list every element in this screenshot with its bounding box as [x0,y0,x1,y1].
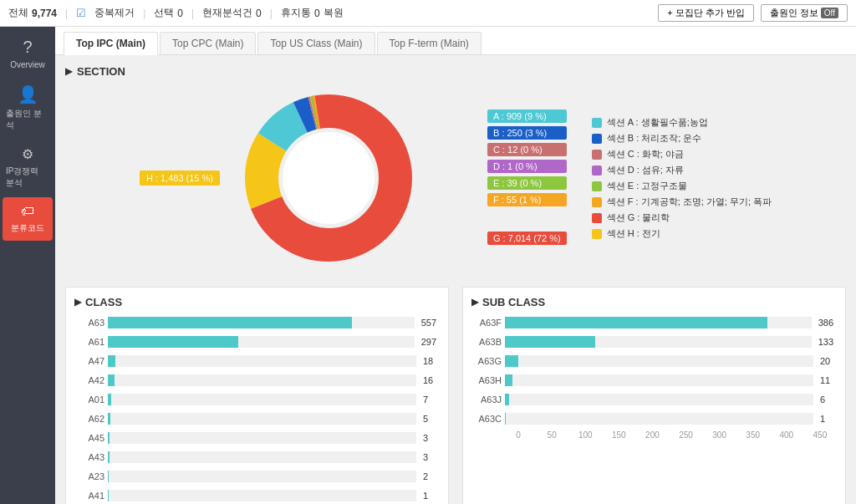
bar-label: A62 [78,414,104,424]
total-label: 전체 [8,6,28,20]
bar-row: A61297 [78,334,436,349]
sidebar-item-overview[interactable]: ? Overview [3,31,53,76]
legend-item-d: 섹션 D : 섬유; 자류 [592,164,772,176]
bar-row: A232 [78,469,436,484]
bar-value: 6 [817,395,833,405]
bar-fill [108,336,238,348]
bar-track [108,336,415,348]
x-axis-tick: 400 [770,430,803,440]
select-label: 선택 0 [154,6,183,20]
tab-top-ipc[interactable]: Top IPC (Main) [64,32,158,55]
bar-value: 11 [817,375,833,385]
bar-label: A63G [475,356,502,366]
callout-a: A : 909 (9 %) [487,109,567,123]
subclass-bar-chart: A63F386A63B133A63G20A63H11A63J6A63C1 [471,315,837,426]
ip-icon: ⚙ [22,146,33,162]
subclass-x-axis: 050100150200250300350400450 [471,430,837,440]
bar-value: 557 [418,318,436,328]
bar-fill [505,413,506,425]
legend: 섹션 A : 생활필수품;농업 섹션 B : 처리조작; 운수 섹션 C : 화… [592,116,772,240]
callout-g: G : 7,014 (72 %) [487,232,567,245]
tab-top-cpc[interactable]: Top CPC (Main) [160,32,256,54]
sidebar: ? Overview 👤 출원인 분석 ⚙ IP경쟁력 분석 🏷 분류코드 [0,27,55,504]
legend-item-h: 섹션 H : 전기 [592,227,772,240]
bar-track [108,451,416,463]
bar-fill [108,355,115,367]
top-bar-right: + 모집단 추가 반입 출원인 정보 Off [658,4,848,22]
bar-row: A63557 [78,315,436,330]
bar-row: A453 [78,430,436,445]
bar-fill [505,394,509,405]
x-axis-tick: 350 [736,430,770,440]
x-axis-tick: 200 [635,430,669,440]
x-axis-tick: 100 [568,430,602,440]
applicant-info-button[interactable]: 출원인 정보 Off [761,4,848,22]
bar-value: 2 [420,471,436,481]
tab-top-fterm[interactable]: Top F-term (Main) [377,32,482,54]
bar-track [108,355,416,367]
legend-color-d [592,165,602,176]
bar-label: A41 [78,491,104,501]
bar-label: A63F [475,318,502,328]
legend-item-b: 섹션 B : 처리조작; 운수 [592,132,772,145]
sidebar-item-ip[interactable]: ⚙ IP경쟁력 분석 [3,140,53,196]
bar-label: A45 [78,433,104,443]
legend-label-g: 섹션 G : 물리학 [607,211,670,224]
bar-fill [505,374,512,386]
legend-label-h: 섹션 H : 전기 [607,227,660,240]
bar-row: A63F386 [475,315,833,330]
x-axis-tick: 300 [703,430,736,440]
section-heading: SECTION [65,65,846,78]
bar-track [505,374,813,386]
bar-row: A625 [78,411,436,426]
bar-value: 20 [817,356,833,366]
legend-color-f [592,197,602,207]
bar-fill [108,471,109,482]
legend-label-c: 섹션 C : 화학; 야금 [607,148,684,160]
section-chart: H : 1,483 (15 %) [65,86,846,270]
bar-row: A4216 [78,373,436,388]
total-count: 전체 9,774 [8,6,57,20]
bar-label: A63J [475,395,502,405]
legend-item-e: 섹션 E : 고정구조물 [592,180,772,192]
sidebar-label-ip: IP경쟁력 분석 [6,165,49,189]
bar-label: A63C [475,414,502,424]
sidebar-item-applicant[interactable]: 👤 출원인 분석 [3,78,53,138]
bar-row: A63B133 [475,334,833,349]
bottom-charts: CLASS A63557A61297A4718A4216A017A625A453… [65,287,846,504]
legend-item-c: 섹션 C : 화학; 야금 [592,148,772,160]
legend-color-a [592,118,602,128]
bar-fill [108,413,110,425]
bar-fill [108,317,352,328]
sidebar-label-overview: Overview [10,60,45,69]
tab-top-us[interactable]: Top US Class (Main) [257,32,374,54]
classify-icon: 🏷 [21,204,34,219]
bar-fill [108,432,110,444]
legend-label-a: 섹션 A : 생활필수품;농업 [607,116,708,129]
add-group-button[interactable]: + 모집단 추가 반입 [658,4,754,22]
bar-track [505,317,812,328]
class-chart-panel: CLASS A63557A61297A4718A4216A017A625A453… [65,287,449,504]
dedup-checkbox[interactable]: ☑ [76,7,86,19]
bar-label: A61 [78,337,104,347]
bar-label: A42 [78,375,104,385]
h-callout: H : 1,483 (15 %) [140,171,220,186]
sidebar-item-classify[interactable]: 🏷 분류코드 [3,197,53,241]
bar-track [505,394,813,405]
bar-value: 5 [420,414,436,424]
bar-row: A433 [78,450,436,465]
tabs-bar: Top IPC (Main) Top CPC (Main) Top US Cla… [55,27,856,55]
bar-value: 7 [420,395,436,405]
callout-c: C : 12 (0 %) [487,143,567,156]
legend-color-b [592,134,602,144]
bar-value: 386 [815,318,833,328]
x-axis-tick: 0 [502,430,535,440]
sidebar-label-classify: 분류코드 [11,222,44,234]
main-content: Top IPC (Main) Top CPC (Main) Top US Cla… [55,27,856,504]
bar-label: A63 [78,318,104,328]
sidebar-label-applicant: 출원인 분석 [6,108,49,131]
bar-track [505,336,812,348]
bar-row: A411 [78,488,436,503]
top-bar: 전체 9,774 | ☑ 중복제거 | 선택 0 | 현재분석건 0 | 휴지통… [0,0,856,27]
bar-value: 3 [420,433,436,443]
